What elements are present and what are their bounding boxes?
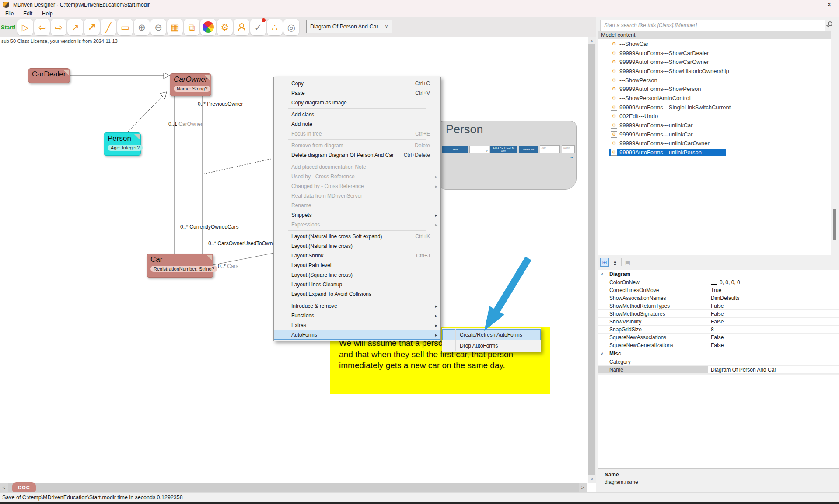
property-row[interactable]: SquareNewAssociationsFalse bbox=[598, 334, 839, 341]
list-item[interactable]: ⚙---ShowPerson bbox=[598, 76, 831, 85]
categorized-view-button[interactable]: ⊞ bbox=[600, 258, 609, 267]
autoform-combo[interactable] bbox=[469, 146, 489, 153]
autoform-age-field[interactable]: Age bbox=[540, 145, 560, 153]
menu-item-snippets[interactable]: Snippets▸ bbox=[274, 210, 440, 220]
property-category[interactable]: ˅Misc bbox=[598, 349, 839, 358]
diagram-selector[interactable]: Diagram Of Person And Car ˅ bbox=[306, 20, 392, 33]
menu-item-add-note[interactable]: Add note bbox=[274, 119, 440, 129]
class-cardealer[interactable]: CarDealer bbox=[28, 68, 70, 83]
menu-item-introduce-and-remove[interactable]: Introduce & remove▸ bbox=[274, 301, 440, 311]
menu-item-remove-from-diagram[interactable]: Remove from diagramDelete bbox=[274, 141, 440, 150]
list-item[interactable]: ⚙99999AutoForms---ShowCarDealer bbox=[598, 49, 831, 58]
run-form-button[interactable]: ⧉ bbox=[184, 19, 199, 35]
menu-file[interactable]: File bbox=[5, 10, 14, 17]
settings-button[interactable]: ⚙ bbox=[217, 19, 233, 35]
list-scrollbar[interactable] bbox=[832, 31, 838, 255]
scroll-right-icon[interactable]: > bbox=[579, 483, 587, 492]
menu-item-layout-lines-cleanup[interactable]: Layout Lines Cleanup bbox=[274, 280, 440, 289]
autoform-more-link[interactable]: ... bbox=[570, 154, 573, 159]
autoform-delete-button[interactable]: Delete Me bbox=[519, 146, 538, 153]
list-item-selected[interactable]: ⚙99999AutoForms---unlinkPerson bbox=[598, 148, 831, 157]
search-icon[interactable] bbox=[828, 21, 832, 26]
spiral-button[interactable]: ◎ bbox=[283, 19, 299, 35]
menu-item-autoforms[interactable]: AutoForms▸ bbox=[274, 330, 440, 340]
autoform-save-button[interactable]: Save bbox=[442, 146, 468, 153]
menu-item-used-by-cross-reference[interactable]: Used by - Cross Reference▸ bbox=[274, 172, 440, 181]
sort-alphabetical-button[interactable]: AZ bbox=[611, 258, 619, 267]
nav-back-button[interactable]: ⇦ bbox=[34, 19, 50, 35]
zoom-out-button[interactable]: ⊖ bbox=[150, 19, 166, 35]
menu-item-real-data-from-mdrivenserver[interactable]: Real data from MDrivenServer bbox=[274, 191, 440, 201]
scrollbar-thumb[interactable] bbox=[833, 209, 836, 240]
start-button[interactable]: Start! bbox=[1, 24, 16, 31]
menu-item-copy-diagram-as-image[interactable]: Copy diagram as image bbox=[274, 98, 440, 108]
menu-item-extras[interactable]: Extras▸ bbox=[274, 320, 440, 330]
menu-item-rename[interactable]: Rename bbox=[274, 201, 440, 210]
list-item[interactable]: ⚙99999AutoForms---ShowCarOwner bbox=[598, 57, 831, 66]
class-car[interactable]: Car RegistrationNumber: String? bbox=[147, 254, 213, 278]
draw-generalization-button[interactable]: ↗ bbox=[84, 19, 100, 35]
doc-tab[interactable]: DOC bbox=[12, 482, 36, 492]
access-groups-button[interactable] bbox=[234, 19, 249, 35]
canvas-vertical-scrollbar[interactable]: ∧ ∨ bbox=[588, 37, 596, 483]
menu-edit[interactable]: Edit bbox=[23, 10, 32, 17]
menu-item-functions[interactable]: Functions▸ bbox=[274, 311, 440, 320]
autoform-window-button[interactable]: ▦ bbox=[167, 19, 183, 35]
nav-forward-button[interactable]: ⇨ bbox=[51, 19, 66, 35]
list-item[interactable]: ⚙---ShowPersonIAmInControl bbox=[598, 94, 831, 103]
scroll-left-icon[interactable]: < bbox=[0, 483, 8, 492]
property-row[interactable]: Category bbox=[598, 358, 839, 366]
list-item[interactable]: ⚙99999AutoForms---unlinkCar bbox=[598, 121, 831, 130]
property-row[interactable]: ShowMethodReturnTypesFalse bbox=[598, 302, 839, 310]
menu-item-layout-shrink[interactable]: Layout ShrinkCtrl+J bbox=[274, 251, 440, 261]
property-row[interactable]: ShowMethodSignaturesFalse bbox=[598, 310, 839, 318]
validate-button[interactable]: ✓ bbox=[250, 19, 266, 35]
select-rectangle-button[interactable]: ▭ bbox=[117, 19, 133, 35]
property-row[interactable]: CorrectLinesOnMoveTrue bbox=[598, 286, 839, 294]
property-pages-button[interactable]: ▤ bbox=[623, 258, 632, 267]
autoform-add-car-button[interactable]: Add A Car I Used To Own bbox=[490, 146, 517, 153]
scroll-down-icon[interactable]: ∨ bbox=[588, 476, 596, 482]
property-row[interactable]: SnapGridSize8 bbox=[598, 326, 839, 334]
menu-item-layout-natural-soft-expand[interactable]: Layout (Natural line cross Soft expand)C… bbox=[274, 232, 440, 241]
menu-item-copy[interactable]: CopyCtrl+C bbox=[274, 79, 440, 88]
draw-dashed-line-button[interactable]: ╱ bbox=[101, 19, 116, 35]
list-item[interactable]: ⚙99999AutoForms---ShowHistoricOwnership bbox=[598, 66, 831, 76]
menu-item-layout-pain-level[interactable]: Layout Pain level bbox=[274, 261, 440, 270]
property-row-selected[interactable]: NameDiagram Of Person And Car bbox=[598, 366, 839, 374]
menu-item-add-placed-documentation-note[interactable]: Add placed documentation Note bbox=[274, 162, 440, 172]
property-row[interactable]: ShowAssociationNamesDimDefaults bbox=[598, 294, 839, 302]
autoform-name-field[interactable]: Name bbox=[562, 145, 575, 153]
list-item[interactable]: ⚙99999AutoForms---unlinkCarOwner bbox=[598, 139, 831, 148]
menu-item-create-refresh-autoforms[interactable]: Create/Refresh AutoForms bbox=[442, 329, 541, 340]
property-row[interactable]: ColorOnNew0, 0, 0, 0 bbox=[598, 278, 839, 286]
menu-item-layout-square[interactable]: Layout (Square line cross) bbox=[274, 270, 440, 280]
run-button[interactable]: ▷ bbox=[17, 19, 33, 35]
list-item[interactable]: ⚙99999AutoForms---ShowPerson bbox=[598, 84, 831, 94]
menu-item-layout-expand-avoid-collisions[interactable]: Layout Expand To Avoid Collisions bbox=[274, 289, 440, 299]
property-row[interactable]: ShowVisibilityFalse bbox=[598, 318, 839, 326]
property-category[interactable]: ˅Diagram bbox=[598, 270, 839, 278]
menu-help[interactable]: Help bbox=[42, 10, 53, 17]
property-row[interactable]: SquareNewGeneralizationsFalse bbox=[598, 341, 839, 349]
class-carowner[interactable]: CarOwner Name: String? bbox=[170, 73, 211, 96]
list-item[interactable]: ⚙---ShowCar bbox=[598, 39, 831, 49]
scrollbar-thumb[interactable] bbox=[588, 44, 595, 475]
list-item[interactable]: ⚙99999AutoForms---unlinkCar bbox=[598, 130, 831, 139]
minimize-button[interactable]: — bbox=[780, 0, 800, 10]
color-wheel-button[interactable] bbox=[200, 19, 216, 35]
zoom-in-button[interactable]: ⊕ bbox=[134, 19, 150, 35]
menu-item-changed-by-cross-reference[interactable]: Changed by - Cross Reference▸ bbox=[274, 181, 440, 191]
restore-button[interactable] bbox=[800, 0, 819, 10]
search-input[interactable] bbox=[601, 22, 825, 28]
viewmodel-button[interactable]: ∴ bbox=[267, 19, 283, 35]
list-item[interactable]: ⚙99999AutoForms---SingleLinkSwitchCurren… bbox=[598, 103, 831, 112]
menu-item-layout-natural[interactable]: Layout (Natural line cross) bbox=[274, 241, 440, 251]
menu-item-paste[interactable]: PasteCtrl+V bbox=[274, 88, 440, 98]
menu-item-expressions[interactable]: Expressions▸ bbox=[274, 220, 440, 229]
scroll-up-icon[interactable]: ∧ bbox=[588, 38, 596, 44]
close-button[interactable]: × bbox=[819, 0, 839, 10]
class-person[interactable]: Person Age: Integer? bbox=[104, 132, 141, 156]
draw-association-button[interactable]: ↗ bbox=[67, 19, 83, 35]
menu-item-focus-in-tree[interactable]: Focus in treeCtrl+E bbox=[274, 129, 440, 139]
